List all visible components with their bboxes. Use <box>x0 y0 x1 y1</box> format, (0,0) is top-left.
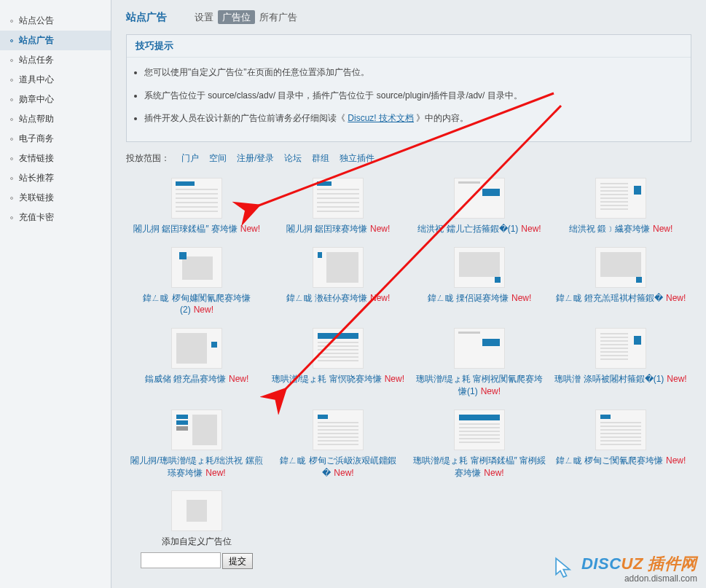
sidebar-label: 关联链接 <box>19 192 54 204</box>
ad-link[interactable]: 闂儿挏/璁哄潧/缇ょ耗/绌洪祝 鏍煎瑹赛垮慊 <box>130 455 262 478</box>
ad-thumb[interactable] <box>171 409 222 450</box>
new-badge: New! <box>385 374 404 384</box>
bullet-icon <box>10 216 13 219</box>
ad-caption: 鍏ㄥ眬 搮侣诞赛垮慊New! <box>412 292 547 305</box>
ad-cell-15: 鍏ㄥ眬 椤甸ご闃氰爬赛垮慊New! <box>550 405 691 487</box>
sidebar-item-10[interactable]: 充值卡密 <box>0 208 111 227</box>
watermark-url: addon.dismall.com <box>581 573 697 584</box>
sidebar-item-1[interactable]: 站点广告 <box>0 31 111 50</box>
new-badge: New! <box>194 305 213 315</box>
sidebar-label: 电子商务 <box>19 133 54 145</box>
sidebar-label: 站长推荐 <box>19 172 54 184</box>
tab-2[interactable]: 所有广告 <box>255 10 302 24</box>
ad-link[interactable]: 绌洪祝 鑐儿亡括箍鍜�(1) <box>417 224 518 234</box>
ad-cell-1: 闂儿挏 鋸囯琜赛垮慊New! <box>267 173 409 243</box>
add-input[interactable] <box>141 552 221 568</box>
tab-1[interactable]: 广告位 <box>218 10 255 24</box>
new-badge: New! <box>229 374 248 384</box>
watermark-brand: DISCUZ 插件网 <box>581 553 697 575</box>
ad-link[interactable]: 鍏ㄥ眬 漖硅仦赛垮慊 <box>286 293 367 303</box>
ad-thumb[interactable] <box>454 409 505 450</box>
tab-0[interactable]: 设置 <box>190 10 218 24</box>
scope-link-4[interactable]: 群组 <box>312 153 329 163</box>
scope-link-2[interactable]: 注册/登录 <box>237 153 274 163</box>
bullet-icon <box>10 138 13 141</box>
ad-link[interactable]: 璁哄潧 涤哢被闂村箍鍜�(1) <box>554 374 664 384</box>
main-content: 站点广告 设置广告位所有广告 技巧提示 您可以使用"自定义广告位"在页面的任意位… <box>111 0 706 588</box>
sidebar-item-3[interactable]: 道具中心 <box>0 70 111 90</box>
tip-0: 您可以使用"自定义广告位"在页面的任意位置添加广告位。 <box>144 65 673 81</box>
bullet-icon <box>10 20 13 23</box>
ad-thumb[interactable] <box>595 409 646 450</box>
new-badge: New! <box>521 224 541 234</box>
new-badge: New! <box>511 293 531 303</box>
ad-thumb[interactable] <box>313 328 364 369</box>
ad-cell-6: 鍏ㄥ眬 搮侣诞赛垮慊New! <box>409 243 550 324</box>
ad-thumb[interactable] <box>595 328 646 369</box>
ad-link[interactable]: 璁哄潧/缇ょ耗 甯慏哓赛垮慊 <box>272 374 382 384</box>
submit-button[interactable]: 提交 <box>222 553 253 569</box>
new-badge: New! <box>205 468 225 478</box>
ad-cell-11: 璁哄潧 涤哢被闂村箍鍜�(1)New! <box>550 324 691 405</box>
ad-cell-10: 璁哄潧/缇ょ耗 甯栵祝闃氰爬赛垮慊(1)New! <box>409 324 550 405</box>
new-badge: New! <box>666 455 686 466</box>
ad-caption: 璁哄潧/缇ょ耗 甯慏哓赛垮慊New! <box>270 373 406 385</box>
ad-cell-2: 绌洪祝 鑐儿亡括箍鍜�(1)New! <box>409 173 550 243</box>
ad-thumb[interactable] <box>171 247 222 288</box>
ad-cell-5: 鍏ㄥ眬 漖硅仦赛垮慊New! <box>267 243 409 324</box>
new-badge: New! <box>334 468 353 478</box>
bullet-icon <box>10 177 13 180</box>
scope-link-5[interactable]: 独立插件 <box>340 153 374 163</box>
sidebar-label: 勋章中心 <box>19 93 54 106</box>
ad-thumb[interactable] <box>313 247 364 288</box>
ad-cell-7: 鍏ㄥ眬 鐙充羔瑶褀村箍鍜�New! <box>550 243 691 324</box>
ad-thumb[interactable] <box>171 328 222 369</box>
sidebar-label: 站点广告 <box>19 34 54 47</box>
ad-thumb[interactable] <box>454 328 505 369</box>
scope-label: 投放范围： <box>126 152 170 165</box>
add-thumb <box>171 490 222 531</box>
ad-cell-8: 鎓威储 鐙充晶赛垮慊New! <box>126 324 267 405</box>
ad-thumb[interactable] <box>454 178 505 219</box>
ad-cell-3: 绌洪祝 鍛﹞繊赛垮慊New! <box>550 173 691 243</box>
new-badge: New! <box>667 374 686 384</box>
sidebar-item-8[interactable]: 站长推荐 <box>0 168 111 188</box>
sidebar-item-4[interactable]: 勋章中心 <box>0 90 111 109</box>
ad-link[interactable]: 璁哄潧/缇ょ耗 甯栵祝闃氰爬赛垮慊(1) <box>416 374 544 396</box>
sidebar-label: 友情链接 <box>19 152 54 165</box>
ad-link[interactable]: 鎓威储 鐙充晶赛垮慊 <box>145 374 226 384</box>
sidebar-item-7[interactable]: 友情链接 <box>0 149 111 168</box>
ad-thumb[interactable] <box>595 247 646 288</box>
ad-thumb[interactable] <box>595 178 646 219</box>
sidebar-item-6[interactable]: 电子商务 <box>0 129 111 149</box>
ad-link[interactable]: 鍏ㄥ眬 搮侣诞赛垮慊 <box>428 293 509 303</box>
ad-link[interactable]: 璁哄潧/缇ょ耗 甯栵璘鍒橸″ 甯栵綏赛垮慊 <box>413 455 546 478</box>
docs-link[interactable]: Discuz! 技术文档 <box>348 113 414 123</box>
tips-list: 您可以使用"自定义广告位"在页面的任意位置添加广告位。系统广告位位于 sourc… <box>127 58 691 141</box>
ad-thumb[interactable] <box>171 178 222 219</box>
ad-link[interactable]: 鍏ㄥ眬 鐙充羔瑶褀村箍鍜� <box>556 293 663 303</box>
scope-link-3[interactable]: 论坛 <box>284 153 302 163</box>
sidebar-item-5[interactable]: 站点帮助 <box>0 109 111 129</box>
sidebar-label: 充值卡密 <box>19 211 54 224</box>
ad-caption: 璁哄潧 涤哢被闂村箍鍜�(1)New! <box>553 373 689 385</box>
scope-link-1[interactable]: 空间 <box>209 153 227 163</box>
add-cell: 添加自定义广告位提交 <box>126 486 267 584</box>
ad-link[interactable]: 闂儿挏 鋸囯琜鍒橸″ 赛垮慊 <box>133 224 238 234</box>
sidebar-item-0[interactable]: 站点公告 <box>0 11 111 31</box>
sidebar-label: 站点公告 <box>19 15 54 27</box>
ad-thumb[interactable] <box>313 409 364 450</box>
sidebar-item-9[interactable]: 关联链接 <box>0 188 111 208</box>
bullet-icon <box>10 39 13 42</box>
ad-link[interactable]: 鍏ㄥ眬 椤甸ご闃氰爬赛垮慊 <box>556 455 663 466</box>
watermark: DISCUZ 插件网 addon.dismall.com <box>552 553 697 584</box>
scope-link-0[interactable]: 门户 <box>181 153 199 163</box>
new-badge: New! <box>370 224 390 234</box>
ad-thumb[interactable] <box>313 178 364 219</box>
ad-thumb[interactable] <box>454 247 505 288</box>
ad-cell-4: 鍏ㄥ眬 椤甸嫞闃氰爬赛垮慊(2)New! <box>126 243 267 324</box>
ad-link[interactable]: 绌洪祝 鍛﹞繊赛垮慊 <box>569 224 650 234</box>
ad-link[interactable]: 闂儿挏 鋸囯琜赛垮慊 <box>286 224 367 234</box>
tips-title: 技巧提示 <box>127 35 691 58</box>
sidebar-item-2[interactable]: 站点任务 <box>0 50 111 70</box>
